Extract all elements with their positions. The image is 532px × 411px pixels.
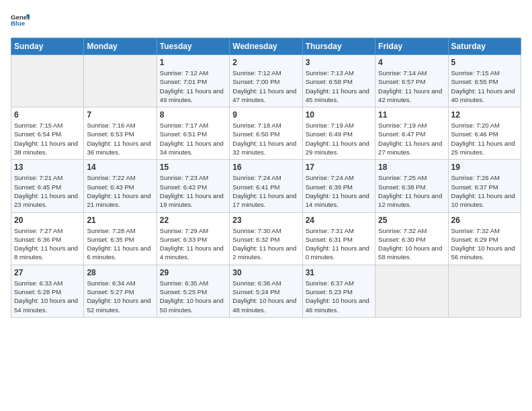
day-info: Sunrise: 7:21 AMSunset: 6:45 PMDaylight:…	[14, 173, 81, 209]
calendar-cell: 13Sunrise: 7:21 AMSunset: 6:45 PMDayligh…	[11, 160, 84, 212]
day-info: Sunrise: 7:22 AMSunset: 6:43 PMDaylight:…	[87, 173, 153, 209]
weekday-header-monday: Monday	[84, 38, 157, 55]
calendar-cell	[84, 55, 157, 107]
calendar-cell: 16Sunrise: 7:24 AMSunset: 6:41 PMDayligh…	[230, 160, 302, 212]
day-info: Sunrise: 7:16 AMSunset: 6:53 PMDaylight:…	[87, 121, 153, 156]
day-info: Sunrise: 7:12 AMSunset: 7:01 PMDaylight:…	[160, 68, 226, 104]
day-number: 13	[14, 163, 81, 172]
day-number: 10	[306, 110, 372, 120]
day-number: 30	[232, 268, 299, 277]
calendar-cell: 15Sunrise: 7:23 AMSunset: 6:42 PMDayligh…	[157, 160, 229, 212]
day-info: Sunrise: 7:18 AMSunset: 6:50 PMDaylight:…	[232, 121, 299, 156]
calendar-cell: 8Sunrise: 7:17 AMSunset: 6:51 PMDaylight…	[157, 107, 229, 160]
weekday-header-tuesday: Tuesday	[157, 38, 229, 55]
day-number: 1	[160, 58, 226, 67]
day-info: Sunrise: 7:14 AMSunset: 6:57 PMDaylight:…	[378, 68, 445, 104]
calendar-cell: 19Sunrise: 7:26 AMSunset: 6:37 PMDayligh…	[448, 160, 521, 212]
day-number: 8	[160, 110, 226, 120]
calendar-cell: 6Sunrise: 7:15 AMSunset: 6:54 PMDaylight…	[11, 107, 84, 160]
day-number: 28	[87, 268, 153, 277]
day-number: 5	[451, 58, 518, 67]
calendar-cell: 25Sunrise: 7:32 AMSunset: 6:30 PMDayligh…	[375, 212, 448, 265]
weekday-header-friday: Friday	[375, 38, 448, 55]
day-number: 9	[232, 110, 299, 120]
day-number: 4	[378, 58, 445, 67]
calendar-cell: 29Sunrise: 6:35 AMSunset: 5:25 PMDayligh…	[157, 265, 229, 317]
day-number: 24	[306, 216, 372, 225]
calendar-cell: 26Sunrise: 7:32 AMSunset: 6:29 PMDayligh…	[448, 212, 521, 265]
day-number: 22	[160, 216, 226, 225]
day-number: 29	[160, 268, 226, 277]
day-info: Sunrise: 6:36 AMSunset: 5:24 PMDaylight:…	[232, 279, 299, 314]
calendar-cell: 17Sunrise: 7:24 AMSunset: 6:39 PMDayligh…	[302, 160, 375, 212]
calendar-cell: 2Sunrise: 7:12 AMSunset: 7:00 PMDaylight…	[230, 55, 302, 107]
day-number: 27	[14, 268, 81, 277]
day-number: 14	[87, 163, 153, 172]
calendar-cell: 24Sunrise: 7:31 AMSunset: 6:31 PMDayligh…	[302, 212, 375, 265]
calendar-cell: 21Sunrise: 7:28 AMSunset: 6:35 PMDayligh…	[84, 212, 157, 265]
calendar-cell: 10Sunrise: 7:19 AMSunset: 6:49 PMDayligh…	[302, 107, 375, 160]
day-info: Sunrise: 7:32 AMSunset: 6:29 PMDaylight:…	[451, 226, 518, 262]
weekday-header-wednesday: Wednesday	[230, 38, 302, 55]
day-info: Sunrise: 7:25 AMSunset: 6:38 PMDaylight:…	[378, 173, 445, 209]
day-info: Sunrise: 7:26 AMSunset: 6:37 PMDaylight:…	[451, 173, 518, 209]
calendar-cell: 12Sunrise: 7:20 AMSunset: 6:46 PMDayligh…	[448, 107, 521, 160]
day-info: Sunrise: 7:19 AMSunset: 6:47 PMDaylight:…	[378, 121, 445, 156]
calendar-cell: 3Sunrise: 7:13 AMSunset: 6:58 PMDaylight…	[302, 55, 375, 107]
day-info: Sunrise: 7:20 AMSunset: 6:46 PMDaylight:…	[451, 121, 518, 156]
day-number: 11	[378, 110, 445, 120]
day-number: 31	[306, 268, 372, 277]
calendar-cell: 4Sunrise: 7:14 AMSunset: 6:57 PMDaylight…	[375, 55, 448, 107]
day-number: 23	[232, 216, 299, 225]
day-number: 20	[14, 216, 81, 225]
calendar-cell	[375, 265, 448, 317]
day-number: 18	[378, 163, 445, 172]
day-info: Sunrise: 7:12 AMSunset: 7:00 PMDaylight:…	[232, 68, 299, 104]
calendar-table: SundayMondayTuesdayWednesdayThursdayFrid…	[11, 38, 521, 318]
calendar-cell: 28Sunrise: 6:34 AMSunset: 5:27 PMDayligh…	[84, 265, 157, 317]
day-number: 16	[232, 163, 299, 172]
calendar-cell: 1Sunrise: 7:12 AMSunset: 7:01 PMDaylight…	[157, 55, 229, 107]
day-number: 6	[14, 110, 81, 120]
day-info: Sunrise: 6:37 AMSunset: 5:23 PMDaylight:…	[306, 279, 372, 314]
calendar-cell: 14Sunrise: 7:22 AMSunset: 6:43 PMDayligh…	[84, 160, 157, 212]
calendar-cell: 20Sunrise: 7:27 AMSunset: 6:36 PMDayligh…	[11, 212, 84, 265]
day-number: 7	[87, 110, 153, 120]
day-info: Sunrise: 6:34 AMSunset: 5:27 PMDaylight:…	[87, 279, 153, 314]
weekday-header-saturday: Saturday	[448, 38, 521, 55]
day-info: Sunrise: 7:24 AMSunset: 6:41 PMDaylight:…	[232, 173, 299, 209]
weekday-header-thursday: Thursday	[302, 38, 375, 55]
day-info: Sunrise: 7:15 AMSunset: 6:54 PMDaylight:…	[14, 121, 81, 156]
calendar-cell: 31Sunrise: 6:37 AMSunset: 5:23 PMDayligh…	[302, 265, 375, 317]
day-info: Sunrise: 7:17 AMSunset: 6:51 PMDaylight:…	[160, 121, 226, 156]
day-info: Sunrise: 7:23 AMSunset: 6:42 PMDaylight:…	[160, 173, 226, 209]
day-info: Sunrise: 6:35 AMSunset: 5:25 PMDaylight:…	[160, 279, 226, 314]
calendar-cell: 18Sunrise: 7:25 AMSunset: 6:38 PMDayligh…	[375, 160, 448, 212]
calendar-cell: 30Sunrise: 6:36 AMSunset: 5:24 PMDayligh…	[230, 265, 302, 317]
calendar-cell: 11Sunrise: 7:19 AMSunset: 6:47 PMDayligh…	[375, 107, 448, 160]
day-number: 21	[87, 216, 153, 225]
day-number: 2	[232, 58, 299, 67]
day-number: 15	[160, 163, 226, 172]
day-info: Sunrise: 7:15 AMSunset: 6:55 PMDaylight:…	[451, 68, 518, 104]
calendar-cell: 5Sunrise: 7:15 AMSunset: 6:55 PMDaylight…	[448, 55, 521, 107]
day-info: Sunrise: 7:19 AMSunset: 6:49 PMDaylight:…	[306, 121, 372, 156]
day-number: 26	[451, 216, 518, 225]
day-number: 17	[306, 163, 372, 172]
calendar-cell	[448, 265, 521, 317]
page-header: General Blue	[11, 11, 521, 30]
day-info: Sunrise: 7:31 AMSunset: 6:31 PMDaylight:…	[306, 226, 372, 262]
calendar-cell: 22Sunrise: 7:29 AMSunset: 6:33 PMDayligh…	[157, 212, 229, 265]
day-info: Sunrise: 7:29 AMSunset: 6:33 PMDaylight:…	[160, 226, 226, 262]
day-info: Sunrise: 7:24 AMSunset: 6:39 PMDaylight:…	[306, 173, 372, 209]
day-number: 25	[378, 216, 445, 225]
svg-text:Blue: Blue	[11, 19, 26, 27]
calendar-cell: 9Sunrise: 7:18 AMSunset: 6:50 PMDaylight…	[230, 107, 302, 160]
day-info: Sunrise: 7:27 AMSunset: 6:36 PMDaylight:…	[14, 226, 81, 262]
day-info: Sunrise: 6:33 AMSunset: 5:28 PMDaylight:…	[14, 279, 81, 314]
day-info: Sunrise: 7:30 AMSunset: 6:32 PMDaylight:…	[232, 226, 299, 262]
day-info: Sunrise: 7:32 AMSunset: 6:30 PMDaylight:…	[378, 226, 445, 262]
calendar-cell: 27Sunrise: 6:33 AMSunset: 5:28 PMDayligh…	[11, 265, 84, 317]
day-number: 19	[451, 163, 518, 172]
calendar-cell: 7Sunrise: 7:16 AMSunset: 6:53 PMDaylight…	[84, 107, 157, 160]
